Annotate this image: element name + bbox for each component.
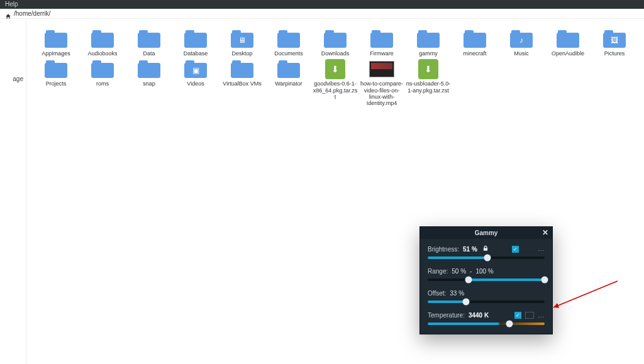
file-item[interactable]: Downloads [312, 29, 358, 57]
file-label: goodvibes-0.6-1-x86_64.pkg.tar.zst [313, 80, 358, 100]
folder-icon: 🖼 [602, 29, 627, 49]
file-item[interactable]: Database [172, 29, 219, 57]
gammy-window: Gammy ✕ Brightness: 51 % ✓ Auto ... [419, 226, 553, 334]
folder-icon [276, 29, 301, 49]
folder-icon [90, 29, 115, 49]
file-item[interactable]: Warpinator [265, 59, 312, 106]
brightness-block: Brightness: 51 % ✓ Auto ... [428, 245, 545, 259]
file-item[interactable]: Projects [33, 59, 79, 106]
home-icon [5, 11, 11, 17]
file-item[interactable]: Audiobooks [79, 29, 126, 57]
package-icon: ⬇ [416, 59, 441, 79]
file-item[interactable]: ⬇goodvibes-0.6-1-x86_64.pkg.tar.zst [312, 59, 358, 106]
offset-label: Offset: [428, 290, 446, 297]
menu-bar: Help [0, 0, 644, 9]
menu-help[interactable]: Help [5, 1, 18, 8]
temperature-auto-checkbox[interactable]: ✓ [514, 312, 521, 319]
file-label: Projects [46, 80, 67, 87]
file-label: OpenAudible [552, 50, 584, 57]
range-low: 50 % [452, 268, 466, 275]
svg-line-0 [553, 281, 618, 307]
folder-icon: ♪ [509, 29, 534, 49]
range-sep: - [470, 268, 472, 275]
offset-value: 33 % [450, 290, 464, 297]
path-text: /home/derrik/ [14, 10, 50, 17]
folder-icon [90, 59, 115, 79]
folder-icon: ▣ [183, 59, 208, 79]
file-item[interactable]: ▣Videos [172, 59, 219, 106]
file-label: roms [96, 80, 109, 87]
annotation-arrow [550, 280, 619, 314]
folder-icon [183, 29, 208, 49]
file-label: Firmware [370, 50, 394, 57]
file-item[interactable]: gammy [405, 29, 452, 57]
folder-icon [43, 29, 69, 49]
folder-icon [43, 59, 69, 79]
folder-icon: 🖥 [230, 29, 255, 49]
folder-icon [276, 59, 301, 79]
file-label: Videos [187, 80, 204, 87]
file-item[interactable]: 🖥Desktop [219, 29, 265, 57]
brightness-auto-label: Auto [523, 246, 535, 252]
file-item[interactable]: minecraft [452, 29, 498, 57]
file-item[interactable]: Data [126, 29, 172, 57]
file-label: snap [143, 80, 155, 87]
range-slider[interactable] [428, 279, 545, 281]
temperature-state-box[interactable] [525, 312, 534, 319]
file-item[interactable]: ♪Music [498, 29, 545, 57]
brightness-auto-checkbox[interactable]: ✓ [512, 246, 519, 253]
brightness-more-icon[interactable]: ... [538, 246, 545, 252]
offset-slider[interactable] [428, 301, 545, 303]
temperature-label: Temperature: [428, 312, 465, 319]
range-high: 100 % [475, 268, 493, 275]
folder-icon [416, 29, 441, 49]
sidebar: age [0, 19, 26, 364]
sidebar-item-fragment[interactable]: age [0, 75, 23, 82]
file-item[interactable]: Documents [265, 29, 312, 57]
file-item[interactable]: snap [126, 59, 172, 106]
file-label: Data [143, 50, 155, 57]
file-label: Pictures [604, 50, 625, 57]
file-item[interactable]: roms [79, 59, 126, 106]
file-item[interactable]: ⬇ns-usbloader-5.0-1-any.pkg.tar.zst [405, 59, 452, 106]
file-label: Music [514, 50, 529, 57]
file-item[interactable]: VirtualBox VMs [219, 59, 265, 106]
temperature-more-icon[interactable]: ... [538, 312, 545, 319]
location-bar[interactable]: /home/derrik/ [0, 9, 644, 19]
range-label: Range: [428, 268, 448, 275]
file-item[interactable]: how-to-compare-video-files-on-linux-with… [358, 59, 405, 106]
file-label: Desktop [231, 50, 252, 57]
gammy-titlebar[interactable]: Gammy ✕ [420, 227, 552, 239]
file-item[interactable]: OpenAudible [545, 29, 591, 57]
folder-icon [136, 29, 162, 49]
brightness-slider[interactable] [428, 256, 545, 259]
file-label: minecraft [463, 50, 486, 57]
lock-icon[interactable] [482, 245, 489, 253]
file-label: Database [184, 50, 208, 57]
file-label: ns-usbloader-5.0-1-any.pkg.tar.zst [406, 80, 451, 94]
brightness-label: Brightness: [428, 246, 459, 253]
gammy-title-text: Gammy [475, 229, 498, 236]
brightness-value: 51 % [463, 246, 477, 253]
file-label: Downloads [321, 50, 350, 57]
folder-icon [369, 29, 394, 49]
temperature-block: Temperature: 3440 K ✓ ... [428, 312, 545, 325]
file-item[interactable]: 🖼Pictures [591, 29, 638, 57]
folder-icon [555, 29, 580, 49]
package-icon: ⬇ [323, 59, 348, 79]
file-label: Documents [274, 50, 303, 57]
close-icon[interactable]: ✕ [542, 228, 548, 237]
file-label: AppImages [42, 50, 70, 57]
file-label: Audiobooks [87, 50, 117, 57]
file-label: how-to-compare-video-files-on-linux-with… [359, 80, 404, 106]
temperature-slider[interactable] [428, 323, 545, 325]
file-item[interactable]: Firmware [358, 29, 405, 57]
file-item[interactable]: AppImages [33, 29, 79, 57]
file-label: VirtualBox VMs [223, 80, 261, 87]
range-block: Range: 50 % - 100 % [428, 268, 545, 281]
folder-icon [230, 59, 255, 79]
temperature-value: 3440 K [469, 312, 489, 319]
folder-icon [323, 29, 348, 49]
file-area[interactable]: AppImagesAudiobooksDataDatabase🖥DesktopD… [26, 19, 644, 364]
offset-block: Offset: 33 % [428, 290, 545, 303]
